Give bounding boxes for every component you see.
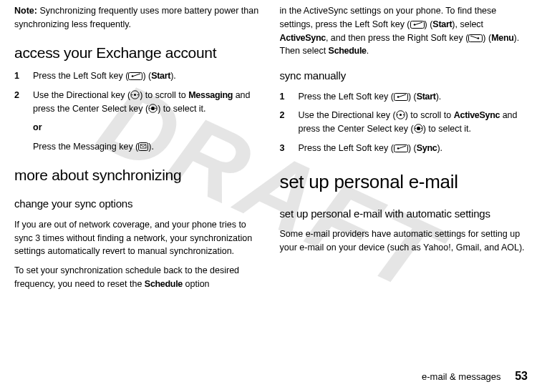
step-number: 1 (14, 69, 23, 83)
text: ) to scroll to (140, 90, 188, 100)
svg-point-17 (478, 37, 480, 39)
text: ) ( (483, 33, 491, 43)
paragraph-reset-schedule: To set your synchronization schedule bac… (14, 264, 263, 291)
left-softkey-icon (394, 144, 408, 152)
activesync-label: ActiveSync (280, 33, 326, 43)
start-label: Start (417, 92, 436, 102)
svg-point-1 (132, 75, 134, 77)
step-body: Press the Left Soft key () (Start). (299, 90, 528, 104)
svg-point-8 (151, 106, 155, 109)
left-softkey-icon (128, 72, 142, 80)
page-content: Note: Synchronizing frequently uses more… (0, 0, 542, 297)
subheading-auto-settings: set up personal e-mail with automatic se… (280, 206, 528, 222)
note-paragraph: Note: Synchronizing frequently uses more… (14, 4, 263, 31)
text: ). (436, 92, 442, 102)
text: ) to select it. (423, 124, 471, 134)
messaging-key-icon (138, 142, 148, 151)
paragraph-auto-providers: Some e-mail providers have automatic set… (280, 227, 528, 255)
menu-label: Menu (491, 33, 513, 43)
messaging-label: Messaging (188, 90, 233, 100)
text: Press the Left Soft key ( (299, 92, 394, 102)
step-number: 2 (280, 109, 289, 136)
text: ). (437, 143, 442, 153)
svg-point-27 (417, 127, 420, 130)
step-2: 2 Use the Directional key () to scroll t… (14, 89, 263, 116)
step-1: 1 Press the Left Soft key () (Start). (280, 90, 528, 104)
right-softkey-icon (468, 34, 483, 42)
svg-point-29 (421, 128, 422, 129)
svg-point-25 (403, 114, 405, 116)
page-footer: e-mail & messages 53 (422, 368, 528, 385)
text: Press the Messaging key ( (33, 142, 138, 152)
note-text: Synchronizing frequently uses more batte… (14, 6, 258, 29)
svg-line-18 (470, 36, 478, 39)
svg-point-9 (150, 107, 151, 109)
step-body: Use the Directional key () to scroll to … (299, 109, 528, 136)
right-column: in the ActiveSync settings on your phone… (280, 4, 528, 297)
text: ) to scroll to (405, 110, 454, 120)
directional-key-icon (396, 110, 405, 119)
step-body: Press the Left Soft key () (Start). (33, 69, 263, 83)
svg-point-14 (413, 24, 415, 26)
svg-point-28 (415, 128, 416, 129)
text: ). (148, 142, 154, 152)
left-column: Note: Synchronizing frequently uses more… (14, 4, 263, 297)
step-number: 3 (280, 142, 289, 155)
svg-point-5 (132, 94, 133, 95)
text: Press the Left Soft key ( (299, 143, 394, 153)
text: Use the Directional key ( (33, 90, 130, 100)
text: ). (170, 71, 176, 81)
note-label: Note: (14, 6, 37, 16)
step-body: Use the Directional key () to scroll to … (33, 89, 263, 116)
page-number: 53 (515, 370, 528, 382)
text: . (367, 46, 369, 56)
svg-point-31 (397, 147, 400, 150)
text: ) ( (425, 19, 433, 29)
sync-label: Sync (417, 143, 437, 153)
svg-point-24 (397, 114, 398, 116)
step-number: 2 (14, 89, 23, 116)
text: option (183, 279, 210, 289)
svg-point-20 (397, 96, 400, 98)
step-1: 1 Press the Left Soft key () (Start). (14, 69, 263, 83)
heading-personal-email: set up personal e-mail (280, 168, 528, 196)
text: ) ( (408, 143, 417, 153)
text: ) to select it. (158, 104, 205, 114)
svg-line-2 (133, 74, 140, 77)
text: ), select (452, 19, 483, 29)
text: Use the Directional key ( (299, 110, 396, 120)
start-label: Start (151, 71, 170, 81)
or-label: or (33, 121, 263, 134)
step-2-alt: Press the Messaging key (). (33, 140, 263, 154)
subheading-sync-manually: sync manually (280, 68, 528, 84)
svg-point-4 (134, 94, 136, 96)
text: , and then press the Right Soft key ( (326, 33, 468, 43)
svg-point-6 (137, 94, 139, 95)
text: ) ( (408, 92, 417, 102)
svg-line-15 (415, 22, 422, 25)
start-label: Start (432, 19, 452, 29)
footer-section: e-mail & messages (422, 371, 501, 382)
paragraph-network-coverage: If you are out of network coverage, and … (14, 218, 263, 258)
heading-access-exchange: access your Exchange account (14, 41, 263, 64)
step-body: Press the Left Soft key () (Sync). (299, 142, 528, 155)
directional-key-icon (130, 90, 140, 99)
step-2: 2 Use the Directional key () to scroll t… (280, 109, 528, 136)
svg-line-21 (399, 94, 406, 97)
paragraph-continued: in the ActiveSync settings on your phone… (280, 4, 528, 58)
step-3: 3 Press the Left Soft key () (Sync). (280, 142, 528, 155)
heading-more-sync: more about synchronizing (14, 164, 263, 187)
svg-point-23 (400, 114, 402, 116)
schedule-label: Schedule (329, 46, 367, 56)
svg-point-10 (155, 107, 157, 109)
text: Press the Left Soft key ( (33, 71, 128, 81)
step-number: 1 (280, 90, 289, 104)
subheading-change-sync: change your sync options (14, 196, 263, 212)
schedule-label: Schedule (145, 279, 183, 289)
left-softkey-icon (410, 21, 425, 29)
center-select-icon (414, 124, 423, 133)
text: ) ( (142, 71, 151, 81)
center-select-icon (148, 104, 158, 113)
svg-line-32 (399, 146, 406, 149)
activesync-label: ActiveSync (454, 110, 500, 120)
